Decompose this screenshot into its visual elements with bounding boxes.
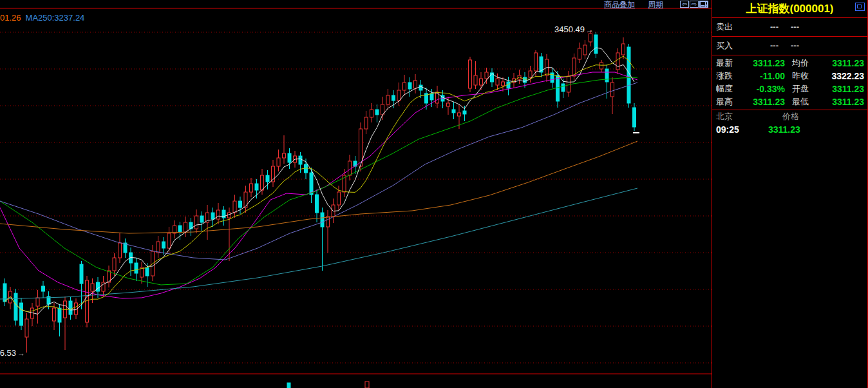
buy-value-1: ---	[770, 37, 778, 55]
low-price-label: 6.53	[0, 348, 16, 358]
buy-label: 买入	[712, 37, 733, 55]
tape-city-header: 北京	[712, 110, 782, 122]
quote-row: 最新 3311.23 均价 3311.23	[712, 57, 867, 70]
low-value: 3311.23	[820, 95, 867, 108]
change-label: 涨跌	[712, 70, 748, 82]
ma-legend: 01.26MA250:3237.24	[0, 13, 89, 23]
tape-row: 09:25 3311.23	[712, 122, 867, 137]
ma-legend-part: MA250:3237.24	[26, 13, 85, 23]
prev-close-value: 3322.23	[820, 70, 867, 82]
tape-time: 09:25	[712, 122, 755, 137]
chart-toolbar: 商品叠加 周期 ⇦ ⇨	[0, 0, 708, 8]
high-label: 最高	[712, 95, 748, 108]
ma-line-ma60	[0, 77, 637, 285]
tape-header: 北京 价格	[712, 110, 867, 122]
right-arrow-icon: →	[585, 25, 594, 34]
low-price-annotation: 6.53→	[0, 348, 25, 358]
period-link[interactable]: 周期	[648, 1, 663, 8]
ma-lines	[0, 48, 637, 314]
buy-value-2: ---	[791, 37, 799, 55]
latest-value: 3311.23	[748, 57, 785, 70]
open-label: 开盘	[785, 82, 820, 95]
high-value: 3311.23	[748, 95, 785, 108]
change-pct-label: 幅度	[712, 82, 748, 95]
instrument-title: 上证指数(000001)	[712, 0, 867, 18]
toolbar-icon-group: ⇦ ⇨	[680, 1, 708, 8]
ma-legend-part: 01.26	[0, 13, 21, 23]
sell-row: 卖出 --- ---	[712, 18, 867, 37]
low-label: 最低	[785, 95, 820, 108]
ma-line-ma10	[5, 56, 635, 311]
sell-value-1: ---	[770, 18, 778, 36]
sell-value-2: ---	[791, 18, 799, 36]
change-pct-value: -0.33%	[748, 82, 785, 95]
prev-arrow-icon[interactable]: ⇦	[680, 1, 689, 8]
high-price-annotation: 3450.49→	[554, 24, 594, 34]
quote-row: 幅度 -0.33% 开盘 3311.23	[712, 82, 867, 95]
ma-line-ma5	[5, 48, 635, 314]
prev-close-label: 昨收	[785, 70, 820, 82]
avg-price-value: 3311.23	[820, 57, 867, 70]
next-arrow-icon[interactable]: ⇨	[690, 1, 699, 8]
tape-price: 3311.23	[768, 122, 800, 137]
quote-panel: 上证指数(000001) 卖出 --- --- 买入 --- --- 最新 33…	[712, 0, 868, 388]
quote-grid: 最新 3311.23 均价 3311.23 涨跌 -11.00 昨收 3322.…	[712, 55, 867, 110]
instrument-title-text: 上证指数(000001)	[746, 3, 833, 15]
markers	[287, 132, 639, 388]
candlestick-chart[interactable]	[0, 0, 712, 388]
change-value: -11.00	[748, 70, 785, 82]
ma-line-ma180	[0, 141, 637, 233]
buy-row: 买入 --- ---	[712, 37, 867, 55]
high-price-label: 3450.49	[554, 24, 585, 34]
grid-lines	[0, 8, 712, 374]
latest-label: 最新	[712, 57, 748, 70]
tile-windows-icon[interactable]	[699, 1, 708, 8]
quote-row: 最高 3311.23 最低 3311.23	[712, 95, 867, 108]
candles	[3, 30, 636, 353]
quote-row: 涨跌 -11.00 昨收 3322.23	[712, 70, 867, 82]
sell-label: 卖出	[712, 18, 733, 36]
app-window: 01.26MA250:3237.24 商品叠加 周期 ⇦ ⇨ 3450.49→ …	[0, 0, 868, 388]
restore-window-icon[interactable]	[855, 3, 865, 11]
avg-price-label: 均价	[785, 57, 820, 70]
right-arrow-icon: →	[16, 349, 25, 358]
tape-price-header: 价格	[782, 110, 799, 122]
overlay-link[interactable]: 商品叠加	[604, 1, 635, 8]
open-value: 3311.23	[820, 82, 867, 95]
ma-line-ma120	[0, 82, 637, 260]
